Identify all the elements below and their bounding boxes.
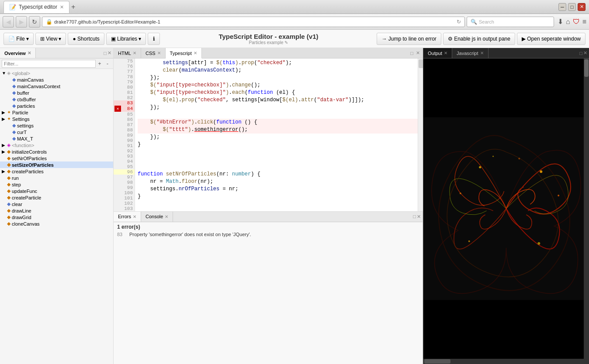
line-number-80: 80 [114, 85, 135, 90]
overview-tab-close[interactable]: ✕ [28, 51, 31, 55]
output-tab-label: Output [428, 51, 442, 56]
errors-panel-close-icon[interactable]: ✕ [417, 214, 421, 220]
file-button[interactable]: 📄 File ▾ [3, 33, 34, 45]
tree-item-setSizeOfParticles[interactable]: ◆setSizeOfParticles [0, 161, 113, 168]
panel-close-icon[interactable]: ✕ [107, 50, 111, 56]
svg-point-2 [558, 195, 559, 196]
tree-item-particles[interactable]: ◆particles [0, 103, 113, 109]
view-button[interactable]: ⊞ View ▾ [35, 33, 66, 45]
scroll-thumb[interactable] [419, 59, 423, 68]
tree-item-Particle[interactable]: ▶✦Particle [0, 109, 113, 116]
refresh-button[interactable]: ↻ [29, 16, 40, 27]
typescript-tab-close[interactable]: ✕ [194, 51, 197, 55]
code-content[interactable]: settings[attr] = $(this).prop("checked")… [135, 58, 418, 211]
output-hscroll-thumb[interactable] [424, 359, 450, 364]
tree-item-settings[interactable]: ◆settings [0, 122, 113, 129]
console-tab[interactable]: Console ✕ [141, 212, 173, 222]
html-tab[interactable]: HTML ✕ [114, 48, 141, 58]
css-tab[interactable]: CSS ✕ [141, 48, 166, 58]
tree-item-function[interactable]: ▶◈<function> [0, 142, 113, 148]
output-close-icon[interactable]: ✕ [583, 50, 587, 56]
console-tab-close[interactable]: ✕ [165, 214, 168, 219]
collapse-all-icon[interactable]: - [104, 60, 111, 68]
browser-navbar: ◀ ▶ ↻ 🔒 drake7707.github.io/Typescript-E… [0, 14, 589, 30]
tree-item-setNrOfParticles[interactable]: ◆setNrOfParticles [0, 155, 113, 161]
output-tab-close[interactable]: ✕ [444, 51, 447, 55]
js-tab[interactable]: Javascript ✕ [452, 48, 489, 58]
tree-item-mainCanvas[interactable]: ◆mainCanvas [0, 76, 113, 83]
svg-point-6 [468, 240, 470, 242]
overview-tab[interactable]: Overview ✕ [0, 48, 36, 58]
filter-input[interactable] [2, 60, 96, 68]
tree-item-drawGrid[interactable]: ◆drawGrid [0, 214, 113, 220]
code-panel-maximize-icon[interactable]: □ [409, 51, 415, 56]
new-tab-icon[interactable]: + [71, 3, 75, 11]
line-number-79: 79 [114, 79, 135, 85]
tree-item-clear[interactable]: ◆clear [0, 201, 113, 207]
tree-item-updateFunc[interactable]: ◆updateFunc [0, 188, 113, 194]
code-panel-close-icon[interactable]: ✕ [415, 50, 421, 56]
libraries-button[interactable]: ▣ Libraries ▾ [106, 33, 146, 45]
line-number-96: 96 [114, 169, 135, 175]
open-window-button[interactable]: ▶ Open seperate window [517, 33, 586, 45]
code-line-82 [138, 111, 418, 119]
nav-icons: ⬇ ⌂ 🛡 ≡ [558, 17, 586, 26]
errors-panel: Errors ✕ Console ✕ □ ✕ 1 error(s) 83 Pro… [114, 211, 423, 364]
line-number-97: 97 [114, 175, 135, 180]
code-scrollbar[interactable] [418, 58, 423, 211]
shield-icon[interactable]: 🛡 [573, 18, 580, 26]
tree-item-run[interactable]: ◆run [0, 175, 113, 181]
css-tab-close[interactable]: ✕ [157, 51, 161, 55]
tree-item-MAX_T[interactable]: ◆MAX_T [0, 135, 113, 142]
errors-tab[interactable]: Errors ✕ [114, 212, 141, 222]
output-hscrollbar[interactable] [423, 359, 589, 364]
menu-icon[interactable]: ≡ [582, 18, 586, 26]
errors-tab-close[interactable]: ✕ [133, 214, 136, 219]
html-tab-close[interactable]: ✕ [133, 51, 136, 55]
tree-item-buffer[interactable]: ◆buffer [0, 89, 113, 96]
code-editor[interactable]: 75 76 77 78 79 80 81 82 83 ✕84 85 86 87 … [114, 58, 423, 211]
download-icon[interactable]: ⬇ [558, 17, 563, 26]
code-line-85: }); [138, 134, 418, 141]
close-button[interactable]: ✕ [578, 3, 586, 11]
forward-button[interactable]: ▶ [16, 16, 27, 27]
tree-item-createParticle[interactable]: ◆createParticle [0, 194, 113, 201]
expand-all-icon[interactable]: + [96, 60, 104, 68]
tree-item-drawLine[interactable]: ◆drawLine [0, 207, 113, 214]
tree-item-global[interactable]: ▼◈<global> [0, 70, 113, 76]
output-tab[interactable]: Output ✕ [423, 48, 452, 58]
output-scroll-thumb[interactable] [584, 59, 589, 77]
line-number-81: 81 [114, 90, 135, 95]
typescript-tab[interactable]: Typescript ✕ [166, 48, 202, 58]
address-refresh-icon[interactable]: ↻ [457, 19, 461, 25]
errors-maximize-icon[interactable]: □ [413, 214, 416, 219]
tree-item-cloneCanvas[interactable]: ◆cloneCanvas [0, 220, 113, 227]
enable-js-button[interactable]: ⚙ Enable js in output pane [443, 33, 515, 45]
shortcuts-button[interactable]: ● Shortcuts [68, 33, 104, 45]
address-bar[interactable]: 🔒 drake7707.github.io/Typescript-Editor/… [42, 17, 465, 27]
line-number-84: ✕84 [114, 106, 135, 112]
html-tab-label: HTML [118, 51, 131, 56]
home-icon[interactable]: ⌂ [566, 18, 570, 26]
tree-item-step[interactable]: ◆step [0, 181, 113, 188]
tree-item-initializeControls[interactable]: ▶◆initializeControls [0, 148, 113, 155]
tree-item-createParticles[interactable]: ▶◆createParticles [0, 168, 113, 175]
js-tab-close[interactable]: ✕ [480, 51, 484, 55]
tree-item-mainCanvasContext[interactable]: ◆mainCanvasContext [0, 83, 113, 89]
maximize-button[interactable]: □ [568, 3, 576, 11]
back-button[interactable]: ◀ [3, 16, 14, 27]
tree-item-Settings[interactable]: ▶✦Settings [0, 116, 113, 122]
search-bar[interactable]: 🔍 Search [467, 17, 554, 27]
tree-item-curT[interactable]: ◆curT [0, 129, 113, 135]
jump-to-line-button[interactable]: → Jump to line on error [377, 33, 441, 45]
panel-expand-icon[interactable]: □ [104, 51, 107, 56]
tree-item-ctxBuffer[interactable]: ◆ctxBuffer [0, 96, 113, 103]
output-maximize-icon[interactable]: □ [579, 51, 582, 56]
output-scrollbar[interactable] [584, 58, 589, 359]
app-title-area: TypeScript Editor - example (v1) Particl… [162, 33, 375, 45]
minimize-button[interactable]: ─ [558, 3, 566, 11]
tab-close-icon[interactable]: ✕ [60, 4, 64, 10]
info-button[interactable]: ℹ [148, 33, 160, 45]
code-line-87 [138, 148, 418, 156]
line-number-82: 82 [114, 95, 135, 100]
